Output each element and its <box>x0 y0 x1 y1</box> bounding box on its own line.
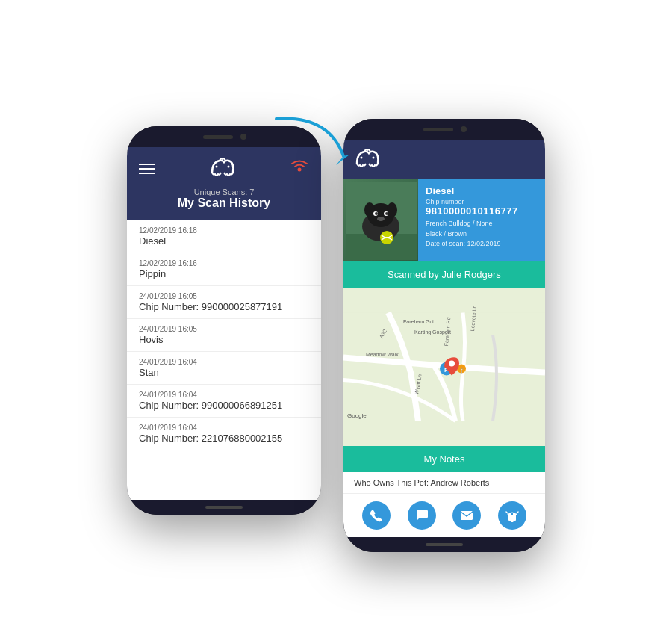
scan-item-name: Chip Number: 990000066891251 <box>139 400 309 411</box>
scanned-by-banner: Scanned by Julie Rodgers <box>343 261 545 288</box>
pet-breed-line1: French Bulldog / None <box>426 219 538 229</box>
svg-point-5 <box>373 157 375 159</box>
scan-list-item[interactable]: 24/01/2019 16:04 Chip Number: 9900000668… <box>127 385 321 418</box>
scan-list: 12/02/2019 16:18 Diesel 12/02/2019 16:16… <box>127 220 321 500</box>
right-phone-top-bar <box>343 119 545 140</box>
dog-image <box>346 182 417 260</box>
svg-point-30 <box>449 361 455 367</box>
scan-date: 24/01/2019 16:04 <box>139 358 309 366</box>
menu-icon[interactable] <box>139 164 155 174</box>
speaker <box>203 135 233 139</box>
pet-info-section: Diesel Chip number 9810000010116777 Fren… <box>343 179 545 261</box>
scan-list-item[interactable]: 24/01/2019 16:04 Chip Number: 2210768800… <box>127 418 321 450</box>
pet-details-card: Diesel Chip number 9810000010116777 Fren… <box>418 179 545 261</box>
chip-number: 9810000010116777 <box>426 205 538 217</box>
unique-scans-label: Unique Scans: 7 <box>139 188 309 196</box>
owner-info: Who Owns This Pet: Andrew Roberts <box>343 472 545 494</box>
svg-rect-32 <box>461 511 473 520</box>
svg-point-16 <box>377 217 385 221</box>
scan-date: 24/01/2019 16:05 <box>139 292 309 300</box>
main-scene: Unique Scans: 7 My Scan History 12/02/20… <box>127 89 545 552</box>
right-header <box>343 140 545 179</box>
right-phone-screen: Diesel Chip number 9810000010116777 Fren… <box>343 140 545 537</box>
scan-item-name: Diesel <box>139 235 309 247</box>
svg-point-15 <box>385 212 388 215</box>
app-logo-left <box>209 156 236 182</box>
pet-breed-line2: Black / Brown <box>426 229 538 240</box>
scan-list-item[interactable]: 12/02/2019 16:18 Diesel <box>127 220 321 253</box>
left-phone: Unique Scans: 7 My Scan History 12/02/20… <box>127 126 321 515</box>
scan-date: 12/02/2019 16:16 <box>139 259 309 267</box>
alert-button[interactable] <box>498 501 526 530</box>
right-speaker <box>423 128 453 131</box>
camera <box>240 134 246 140</box>
svg-point-1 <box>216 166 218 168</box>
scan-date: 12/02/2019 16:18 <box>139 226 309 235</box>
scan-item-name: Stan <box>139 367 309 378</box>
phone-button[interactable] <box>362 501 391 530</box>
map-section: A32 Meadow Walk Wyatt Ln Fareham Rd Ledv… <box>343 288 545 446</box>
scan-date: 24/01/2019 16:04 <box>139 424 309 432</box>
email-button[interactable] <box>452 501 481 530</box>
right-camera <box>461 126 467 132</box>
scan-item-name: Chip Number: 990000025877191 <box>139 301 309 312</box>
home-indicator <box>205 506 243 509</box>
svg-point-2 <box>228 166 230 168</box>
svg-text:🍴: 🍴 <box>459 366 467 374</box>
pet-name: Diesel <box>426 185 538 196</box>
svg-point-14 <box>375 212 378 215</box>
map-svg: A32 Meadow Walk Wyatt Ln Fareham Rd Ledv… <box>343 288 545 446</box>
right-phone: Diesel Chip number 9810000010116777 Fren… <box>343 119 545 552</box>
my-notes-banner[interactable]: My Notes <box>343 446 545 472</box>
pet-photo <box>343 179 418 261</box>
scan-list-item[interactable]: 24/01/2019 16:05 Chip Number: 9900000258… <box>127 286 321 319</box>
scan-history-title: My Scan History <box>139 196 309 210</box>
svg-rect-33 <box>508 515 516 521</box>
right-phone-bottom-bar <box>343 537 545 552</box>
chip-label: Chip number <box>426 198 538 205</box>
scan-item-name: Pippin <box>139 268 309 279</box>
svg-text:Karting Gosport: Karting Gosport <box>414 329 451 335</box>
left-phone-bottom-bar <box>127 500 321 515</box>
svg-point-11 <box>387 202 397 217</box>
pet-scan-date: Date of scan: 12/02/2019 <box>426 239 538 250</box>
scan-item-name: Hovis <box>139 334 309 345</box>
scan-list-item[interactable]: 12/02/2019 16:16 Pippin <box>127 253 321 286</box>
chat-button[interactable] <box>408 501 436 530</box>
scan-date: 24/01/2019 16:04 <box>139 391 309 399</box>
svg-text:Fareham Gct: Fareham Gct <box>403 319 434 324</box>
scan-list-item[interactable]: 24/01/2019 16:05 Hovis <box>127 319 321 352</box>
arrow-icon <box>269 111 358 171</box>
svg-text:Google: Google <box>347 412 367 419</box>
action-icons <box>343 494 545 537</box>
scan-item-name: Chip Number: 221076880002155 <box>139 433 309 444</box>
left-header-title: Unique Scans: 7 My Scan History <box>139 188 309 210</box>
right-home-indicator <box>426 543 463 546</box>
left-phone-screen: Unique Scans: 7 My Scan History 12/02/20… <box>127 147 321 500</box>
svg-point-4 <box>361 157 363 159</box>
svg-point-10 <box>364 202 375 217</box>
svg-rect-35 <box>511 513 513 515</box>
scan-date: 24/01/2019 16:05 <box>139 325 309 333</box>
svg-text:Meadow Walk: Meadow Walk <box>366 352 399 357</box>
scan-list-item[interactable]: 24/01/2019 16:04 Stan <box>127 352 321 385</box>
